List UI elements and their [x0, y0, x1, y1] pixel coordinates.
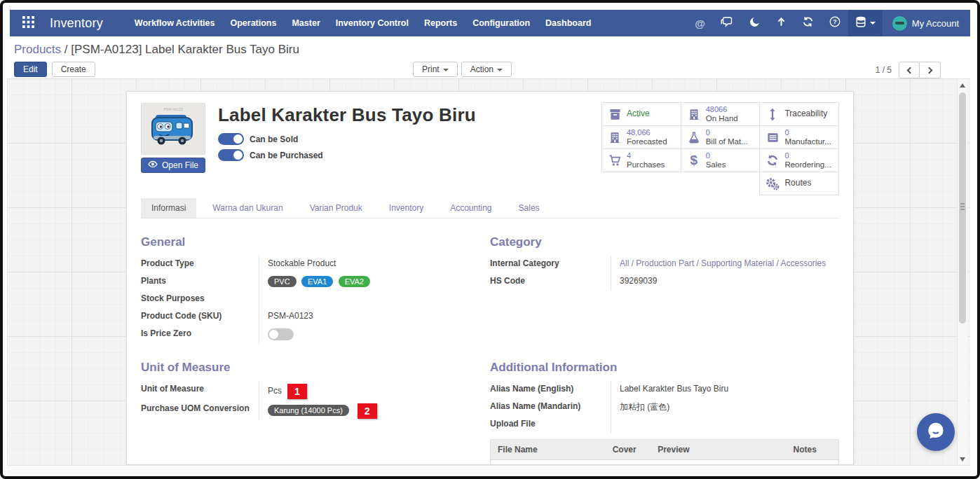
- menu-inventory-control[interactable]: Inventory Control: [328, 10, 416, 36]
- edit-button[interactable]: Edit: [14, 62, 47, 77]
- tab-accounting[interactable]: Accounting: [440, 198, 502, 218]
- column-file-name[interactable]: File Name: [491, 440, 606, 459]
- pager-previous-button[interactable]: [899, 62, 920, 78]
- at-icon: @: [695, 18, 705, 29]
- vertical-scrollbar-thumb[interactable]: [959, 92, 966, 324]
- shopping-cart-icon: [608, 154, 622, 167]
- refresh-icon: [802, 16, 814, 30]
- chevron-left-icon: [907, 67, 914, 74]
- can-be-sold-label: Can be Sold: [250, 134, 298, 144]
- general-section-title: General: [141, 235, 469, 249]
- attachments-table-row[interactable]: [491, 460, 838, 465]
- refresh-button[interactable]: [794, 10, 822, 36]
- dollar-icon: $: [687, 153, 701, 168]
- stat-bom-value: 0: [706, 128, 748, 137]
- plant-tag-eva2[interactable]: EVA2: [339, 276, 370, 287]
- livechat-button[interactable]: [917, 413, 955, 451]
- help-button[interactable]: ?: [822, 10, 848, 36]
- menu-operations[interactable]: Operations: [222, 10, 284, 36]
- user-account-button[interactable]: My Account: [883, 10, 963, 36]
- column-cover[interactable]: Cover: [606, 440, 651, 459]
- open-file-button[interactable]: Open File: [141, 158, 205, 173]
- menu-reports[interactable]: Reports: [416, 10, 465, 36]
- stat-sales-label: Sales: [706, 160, 726, 169]
- stat-on-hand-label: On Hand: [706, 114, 738, 123]
- purchase-uom-conversion-value: Karung (14000 Pcs)2: [259, 401, 469, 420]
- stat-reordering-button[interactable]: 0Reordering...: [759, 148, 839, 172]
- can-be-sold-toggle[interactable]: [218, 133, 244, 145]
- annotation-badge-1: 1: [287, 384, 307, 399]
- product-image-caption-text: PSM-A0123: [164, 107, 183, 111]
- internal-category-value[interactable]: All / Production Part / Supporting Mater…: [611, 256, 839, 273]
- vertical-scrollbar[interactable]: [957, 80, 967, 465]
- tab-varian-produk[interactable]: Varian Produk: [299, 198, 373, 218]
- stat-sales-button[interactable]: $ 0Sales: [681, 148, 761, 172]
- pager-counter: 1 / 5: [876, 65, 892, 75]
- uom-section-title: Unit of Measure: [141, 361, 469, 375]
- column-notes[interactable]: Notes: [787, 440, 838, 459]
- tab-inventory[interactable]: Inventory: [379, 198, 434, 218]
- scroll-down-arrow-icon[interactable]: [960, 457, 965, 461]
- product-code-label: Product Code (SKU): [141, 308, 259, 326]
- alias-mandarin-value: 加粘扣 (蓝色): [611, 398, 839, 416]
- uom-conversion-tag[interactable]: Karung (14000 Pcs): [268, 405, 349, 416]
- stat-bom-button[interactable]: 0Bill of Mat...: [681, 125, 761, 149]
- breadcrumb-products-link[interactable]: Products: [14, 43, 61, 56]
- plant-tag-eva1[interactable]: EVA1: [301, 276, 333, 287]
- menu-dashboard[interactable]: Dashboard: [538, 10, 599, 36]
- menu-workflow-activities[interactable]: Workflow Activities: [127, 10, 223, 36]
- action-dropdown-button[interactable]: Action: [461, 62, 512, 77]
- stat-forecasted-button[interactable]: 48,066Forecasted: [601, 125, 681, 149]
- stat-on-hand-button[interactable]: 48066On Hand: [681, 102, 761, 126]
- horizontal-scrollbar-track[interactable]: [7, 465, 970, 474]
- can-be-purchased-toggle[interactable]: [218, 149, 244, 161]
- scroll-up-arrow-icon[interactable]: [960, 83, 965, 88]
- stat-bom-label: Bill of Mat...: [706, 137, 748, 146]
- pager-next-button[interactable]: [920, 62, 941, 78]
- plant-tag-pvc[interactable]: PVC: [268, 276, 297, 287]
- column-preview[interactable]: Preview: [651, 440, 786, 459]
- stat-manufacturing-value: 0: [784, 128, 831, 137]
- stat-routes-button[interactable]: Routes: [759, 172, 839, 195]
- tab-warna-dan-ukuran[interactable]: Warna dan Ukuran: [202, 198, 293, 218]
- stat-purchases-value: 4: [627, 151, 665, 160]
- menu-configuration[interactable]: Configuration: [465, 10, 538, 36]
- apps-grid-icon: [22, 16, 34, 31]
- print-dropdown-button[interactable]: Print: [413, 62, 458, 77]
- svg-text:?: ?: [833, 18, 836, 25]
- create-button[interactable]: Create: [52, 62, 95, 77]
- eye-icon: [148, 160, 158, 170]
- menu-master[interactable]: Master: [284, 10, 327, 36]
- stat-reordering-label: Reordering...: [784, 160, 831, 169]
- internal-category-label: Internal Category: [490, 256, 611, 273]
- breadcrumb: Products / [PSM-A0123] Label Karakter Bu…: [14, 43, 299, 57]
- stat-manufacturing-label: Manufactur...: [784, 137, 831, 146]
- attachments-table-header: File Name Cover Preview Notes: [491, 440, 838, 460]
- hs-code-label: HS Code: [490, 273, 611, 291]
- unit-of-measure-value: Pcs1: [259, 381, 469, 401]
- tab-sales[interactable]: Sales: [508, 198, 550, 218]
- stock-purposes-label: Stock Purposes: [141, 291, 259, 308]
- purchase-uom-conversion-label: Purchase UOM Conversion: [141, 401, 259, 420]
- stat-purchases-button[interactable]: 4Purchases: [601, 148, 681, 172]
- chevron-down-icon: [497, 69, 503, 71]
- tab-informasi[interactable]: Informasi: [141, 198, 196, 218]
- messages-button[interactable]: [713, 10, 742, 36]
- stat-traceability-button[interactable]: Traceability: [759, 102, 839, 126]
- stat-forecasted-value: 48,066: [627, 128, 667, 137]
- database-selector[interactable]: [848, 10, 883, 36]
- plants-label: Plants: [141, 273, 259, 291]
- additional-info-section-title: Additional Information: [490, 361, 839, 375]
- hs-code-value: 39269039: [611, 273, 839, 291]
- upload-file-label: Upload File: [490, 416, 611, 433]
- mentions-button[interactable]: @: [687, 10, 713, 36]
- chat-bubble-icon: [925, 420, 946, 444]
- upload-button[interactable]: [768, 10, 794, 36]
- breadcrumb-separator: /: [61, 43, 71, 56]
- dark-mode-button[interactable]: [742, 10, 768, 36]
- stat-manufacturing-button[interactable]: 0Manufactur...: [759, 125, 839, 149]
- is-price-zero-toggle[interactable]: [268, 328, 294, 340]
- apps-menu-button[interactable]: [17, 10, 43, 36]
- product-image[interactable]: PSM-A0123: [141, 103, 205, 155]
- stat-active-button[interactable]: Active: [601, 102, 681, 126]
